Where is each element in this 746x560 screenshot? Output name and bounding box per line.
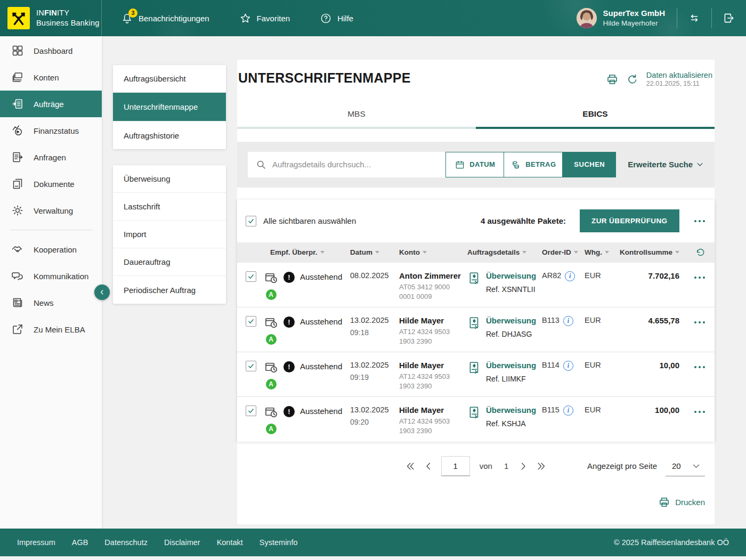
refresh-icon[interactable] — [626, 73, 639, 86]
submenu-item-import[interactable]: Import — [113, 221, 226, 248]
switch-user-button[interactable] — [677, 11, 711, 25]
notification-badge: 3 — [128, 9, 137, 18]
user-menu[interactable]: SuperTex GmbH Hilde Mayerhofer — [577, 8, 677, 28]
transaction-type-link[interactable]: Überweisung — [486, 361, 536, 370]
submenu-item-auftragsuebersicht[interactable]: Auftragsübersicht — [113, 65, 226, 93]
bell-icon: 3 — [121, 12, 133, 25]
more-actions-icon[interactable] — [693, 218, 707, 225]
last-page-button[interactable] — [536, 461, 547, 472]
date-cell: 13.02.2025 09:18 — [344, 307, 393, 337]
footer-link-impressum[interactable]: Impressum — [17, 538, 55, 547]
table-refresh-button[interactable] — [683, 247, 706, 258]
footer-link-agb[interactable]: AGB — [72, 538, 88, 547]
sidebar-item-anfragen[interactable]: Anfragen — [0, 144, 102, 171]
column-empf-ueberpr[interactable]: Empf. Überpr. — [264, 248, 344, 256]
package-status: A — [264, 270, 278, 300]
review-button[interactable]: ZUR ÜBERPRÜFUNG — [580, 209, 679, 232]
notifications-button[interactable]: 3 Benachrichtigungen — [121, 12, 209, 25]
submenu-item-unterschriftenmappe[interactable]: Unterschriftenmappe — [113, 93, 226, 121]
sidebar-item-auftraege[interactable]: Aufträge — [0, 91, 102, 117]
submenu-item-periodischer-auftrag[interactable]: Periodischer Auftrag — [113, 276, 226, 304]
transaction-type-link[interactable]: Überweisung — [486, 271, 536, 280]
info-icon[interactable]: i — [563, 361, 573, 371]
footer-link-datenschutz[interactable]: Datenschutz — [104, 538, 148, 547]
row-more-actions-icon[interactable] — [693, 274, 707, 281]
row-checkbox[interactable] — [246, 316, 256, 327]
footer-copyright: © 2025 Raiffeisenlandesbank OÖ — [614, 538, 729, 547]
package-clock-icon — [264, 404, 278, 419]
transaction-info: Überweisung Ref. KSHJA — [486, 405, 536, 428]
account-cell: Anton Zimmerer AT05 3412 9000 0001 0009 — [393, 263, 461, 302]
sidebar-item-konten[interactable]: Konten — [0, 64, 102, 91]
sidebar-collapse-button[interactable] — [94, 285, 110, 300]
info-icon[interactable]: i — [565, 271, 575, 281]
submenu-item-dauerauftrag[interactable]: Dauerauftrag — [113, 248, 226, 276]
accounts-icon — [11, 71, 24, 84]
user-area: SuperTex GmbH Hilde Mayerhofer — [577, 0, 746, 36]
brand-text: INFINITY Business Banking — [36, 8, 99, 28]
transaction-type-link[interactable]: Überweisung — [486, 316, 536, 325]
search-input[interactable] — [272, 160, 438, 169]
current-page-input[interactable]: 1 — [441, 456, 470, 476]
sidebar-item-news[interactable]: News — [0, 289, 102, 316]
tab-ebics[interactable]: EBICS — [476, 102, 715, 129]
footer-link-disclaimer[interactable]: Disclaimer — [164, 538, 200, 547]
row-checkbox[interactable] — [246, 271, 256, 282]
sidebar-item-finanzstatus[interactable]: Finanzstatus — [0, 117, 102, 144]
footer-link-kontakt[interactable]: Kontakt — [217, 538, 243, 547]
info-icon[interactable]: i — [563, 316, 573, 326]
top-nav: 3 Benachrichtigungen Favoriten Hilfe — [102, 12, 353, 25]
date-cell: 13.02.2025 09:19 — [344, 352, 393, 382]
submenu-item-auftragshistorie[interactable]: Auftragshistorie — [113, 121, 226, 149]
sidebar-item-verwaltung[interactable]: Verwaltung — [0, 197, 102, 224]
table-row[interactable]: A ! Ausstehend 13.02.2025 09:19 Hilde Ma… — [237, 352, 715, 397]
sidebar-item-dashboard[interactable]: Dashboard — [0, 37, 102, 64]
column-order-id[interactable]: Order-ID — [536, 248, 578, 256]
submenu-item-ueberweisung[interactable]: Überweisung — [113, 165, 226, 193]
first-page-button[interactable] — [405, 461, 416, 472]
submenu-item-lastschrift[interactable]: Lastschrift — [113, 193, 226, 221]
table-row[interactable]: A ! Ausstehend 08.02.2025 Anton Zimmerer… — [237, 263, 715, 307]
pending-alert-icon: ! — [283, 316, 295, 328]
tab-mbs[interactable]: MBS — [237, 102, 476, 129]
column-datum[interactable]: Datum — [344, 248, 393, 256]
print-icon[interactable] — [606, 73, 619, 86]
suchen-button[interactable]: SUCHEN — [563, 152, 616, 177]
sidebar-item-kommunikation[interactable]: Kommunikation — [0, 263, 102, 289]
row-checkbox[interactable] — [246, 361, 256, 371]
refresh-label[interactable]: Daten aktualisieren — [646, 70, 712, 80]
sidebar-item-zu-mein-elba[interactable]: Zu Mein ELBA — [0, 316, 102, 343]
betrag-filter-button[interactable]: BETRAG — [504, 152, 563, 177]
column-whg[interactable]: Whg. — [578, 248, 609, 256]
details-cell: Überweisung Ref. DHJASG — [461, 307, 536, 338]
chevron-down-icon — [696, 160, 704, 168]
favorites-button[interactable]: Favoriten — [239, 12, 290, 25]
column-kontrollsumme[interactable]: Kontrollsumme — [609, 248, 683, 256]
logout-button[interactable] — [712, 11, 746, 25]
first-signature-badge: A — [266, 379, 277, 389]
sidebar-item-dokumente[interactable]: Dokumente — [0, 171, 102, 197]
row-more-actions-icon[interactable] — [693, 319, 707, 326]
order-id-cell: B114 i — [536, 352, 578, 371]
row-more-actions-icon[interactable] — [693, 409, 707, 416]
help-button[interactable]: Hilfe — [320, 12, 353, 25]
select-all-checkbox[interactable] — [246, 216, 256, 226]
row-checkbox[interactable] — [246, 405, 256, 416]
column-konto[interactable]: Konto — [393, 248, 461, 256]
prev-page-button[interactable] — [423, 461, 434, 472]
sidebar-item-kooperation[interactable]: Kooperation — [0, 236, 102, 263]
column-auftragsdetails[interactable]: Auftragsdetails — [461, 248, 536, 256]
datum-filter-button[interactable]: DATUM — [445, 152, 504, 177]
next-page-button[interactable] — [518, 461, 529, 472]
advanced-search-toggle[interactable]: Erweiterte Suche — [628, 160, 704, 169]
order-time: 09:19 — [350, 373, 393, 382]
table-row[interactable]: A ! Ausstehend 13.02.2025 09:20 Hilde Ma… — [237, 397, 715, 442]
info-icon[interactable]: i — [563, 405, 573, 416]
transaction-type-link[interactable]: Überweisung — [486, 405, 536, 415]
footer-link-systeminfo[interactable]: Systeminfo — [260, 538, 298, 547]
drucken-button[interactable]: Drucken — [658, 496, 705, 508]
row-more-actions-icon[interactable] — [693, 364, 707, 371]
table-row[interactable]: A ! Ausstehend 13.02.2025 09:18 Hilde Ma… — [237, 307, 715, 352]
selection-toolbar: Alle sichtbaren auswählen 4 ausgewählte … — [237, 200, 715, 242]
status-label: Ausstehend — [300, 272, 342, 300]
